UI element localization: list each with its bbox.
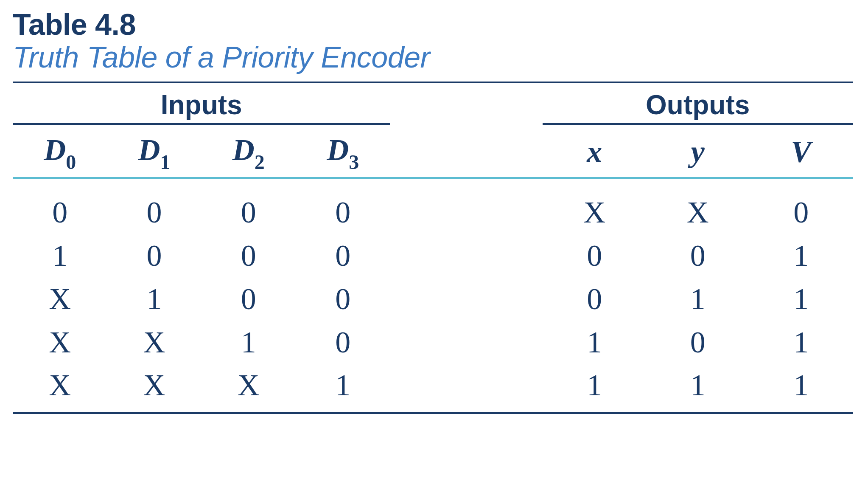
table-row: X 1 0 0 0 1 1 xyxy=(13,278,853,321)
cell: 0 xyxy=(543,234,646,278)
cell: X xyxy=(107,321,201,364)
rule-bottom xyxy=(13,413,853,414)
cell: 1 xyxy=(543,364,646,413)
cell: 1 xyxy=(749,234,853,278)
col-d3: D3 xyxy=(296,128,390,178)
cell: 0 xyxy=(107,179,201,234)
cell-gap xyxy=(390,179,543,234)
table-row: X X 1 0 1 0 1 xyxy=(13,321,853,364)
cell: X xyxy=(13,278,107,321)
table-row: 1 0 0 0 0 0 1 xyxy=(13,234,853,278)
cell-gap xyxy=(390,321,543,364)
cell: 0 xyxy=(296,234,390,278)
cell: X xyxy=(202,364,296,413)
cell: 1 xyxy=(749,278,853,321)
table-row: X X X 1 1 1 1 xyxy=(13,364,853,413)
cell: 0 xyxy=(646,234,750,278)
col-d1: D1 xyxy=(107,128,201,178)
cell: 1 xyxy=(646,278,750,321)
cell: 0 xyxy=(749,179,853,234)
cell: 1 xyxy=(749,321,853,364)
column-header-row: D0 D1 D2 D3 x y V xyxy=(13,128,853,178)
cell-gap xyxy=(390,234,543,278)
table-row: 0 0 0 0 X X 0 xyxy=(13,179,853,234)
cell: X xyxy=(543,179,646,234)
cell-gap xyxy=(390,364,543,413)
cell: 0 xyxy=(296,321,390,364)
group-header-outputs: Outputs xyxy=(543,83,853,128)
cell: X xyxy=(13,321,107,364)
group-header-outputs-label: Outputs xyxy=(543,89,853,125)
cell: 0 xyxy=(646,321,750,364)
group-header-row: Inputs Outputs xyxy=(13,83,853,128)
col-x: x xyxy=(543,128,646,178)
page: Table 4.8 Truth Table of a Priority Enco… xyxy=(0,0,868,422)
cell: 1 xyxy=(543,321,646,364)
cell: 0 xyxy=(13,179,107,234)
table-number: Table 4.8 xyxy=(13,8,855,41)
table-title: Truth Table of a Priority Encoder xyxy=(13,41,855,74)
cell: 0 xyxy=(296,179,390,234)
group-gap xyxy=(390,83,543,128)
cell: 0 xyxy=(202,278,296,321)
col-d2: D2 xyxy=(202,128,296,178)
cell: X xyxy=(13,364,107,413)
col-y: y xyxy=(646,128,750,178)
cell: 0 xyxy=(202,179,296,234)
cell-gap xyxy=(390,278,543,321)
cell: 0 xyxy=(107,234,201,278)
cell: 0 xyxy=(543,278,646,321)
cell: X xyxy=(646,179,750,234)
cell: 1 xyxy=(202,321,296,364)
cell: 1 xyxy=(646,364,750,413)
col-v: V xyxy=(749,128,853,178)
cell: 1 xyxy=(107,278,201,321)
cell: 1 xyxy=(749,364,853,413)
col-gap xyxy=(390,128,543,178)
group-header-inputs-label: Inputs xyxy=(13,89,390,125)
truth-table: Inputs Outputs D0 D1 D2 D3 x y V 0 0 0 0 xyxy=(13,82,853,414)
cell: 0 xyxy=(296,278,390,321)
cell: X xyxy=(107,364,201,413)
cell: 1 xyxy=(13,234,107,278)
group-header-inputs: Inputs xyxy=(13,83,390,128)
cell: 0 xyxy=(202,234,296,278)
col-d0: D0 xyxy=(13,128,107,178)
cell: 1 xyxy=(296,364,390,413)
